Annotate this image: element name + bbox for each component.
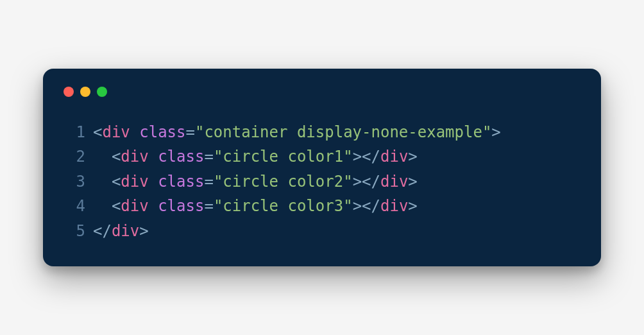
token-attr: class xyxy=(158,148,204,166)
token-attr: class xyxy=(139,123,185,141)
line-number: 5 xyxy=(64,219,85,243)
line-content: </div> xyxy=(93,219,149,243)
token-punct: < xyxy=(93,148,121,166)
token-str: "container display-none-example" xyxy=(195,123,491,141)
token-punct xyxy=(149,148,158,166)
line-number: 2 xyxy=(64,144,85,169)
token-punct xyxy=(149,173,158,191)
token-punct: ></ xyxy=(353,197,380,215)
line-content: <div class="circle color2"></div> xyxy=(93,169,418,194)
token-punct: > xyxy=(139,222,148,240)
token-punct: > xyxy=(408,197,417,215)
code-block: 1<div class="container display-none-exam… xyxy=(64,120,580,243)
token-attr: class xyxy=(158,197,204,215)
token-tag: div xyxy=(112,222,139,240)
code-line: 3 <div class="circle color2"></div> xyxy=(64,169,580,194)
maximize-icon[interactable] xyxy=(97,87,107,97)
token-punct xyxy=(130,123,139,141)
code-line: 2 <div class="circle color1"></div> xyxy=(64,144,580,169)
token-punct: ></ xyxy=(353,173,380,191)
line-number: 3 xyxy=(64,169,85,194)
token-str: "circle color1" xyxy=(214,148,353,166)
token-punct: < xyxy=(93,173,121,191)
line-number: 4 xyxy=(64,194,85,218)
window-titlebar xyxy=(64,87,580,97)
token-str: "circle color3" xyxy=(214,197,353,215)
minimize-icon[interactable] xyxy=(80,87,90,97)
code-window: 1<div class="container display-none-exam… xyxy=(43,69,601,266)
token-tag: div xyxy=(121,148,148,166)
code-line: 5</div> xyxy=(64,219,580,243)
token-tag: div xyxy=(121,173,148,191)
token-punct xyxy=(149,197,158,215)
code-line: 4 <div class="circle color3"></div> xyxy=(64,194,580,218)
line-number: 1 xyxy=(64,120,85,144)
line-content: <div class="circle color1"></div> xyxy=(93,144,418,169)
token-punct: > xyxy=(491,123,500,141)
token-tag: div xyxy=(102,123,130,141)
token-punct: < xyxy=(93,197,121,215)
token-punct: = xyxy=(204,148,213,166)
token-punct: ></ xyxy=(353,148,380,166)
close-icon[interactable] xyxy=(64,87,74,97)
line-content: <div class="circle color3"></div> xyxy=(93,194,418,218)
token-str: "circle color2" xyxy=(214,173,353,191)
token-punct: = xyxy=(186,123,195,141)
token-tag: div xyxy=(121,197,148,215)
token-punct: = xyxy=(204,197,213,215)
token-tag: div xyxy=(380,173,408,191)
code-line: 1<div class="container display-none-exam… xyxy=(64,120,580,144)
token-tag: div xyxy=(380,148,408,166)
token-tag: div xyxy=(380,197,408,215)
token-punct: < xyxy=(93,123,102,141)
line-content: <div class="container display-none-examp… xyxy=(93,120,501,144)
token-punct: > xyxy=(408,173,417,191)
token-attr: class xyxy=(158,173,204,191)
token-punct: </ xyxy=(93,222,112,240)
token-punct: > xyxy=(408,148,417,166)
token-punct: = xyxy=(204,173,213,191)
